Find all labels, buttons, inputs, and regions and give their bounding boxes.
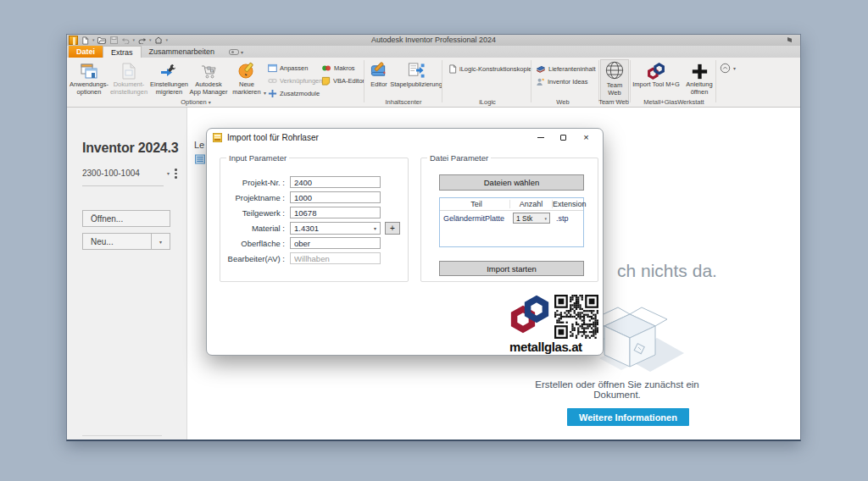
cell-teil: GeländermitPlatte (440, 214, 510, 223)
choose-files-button[interactable]: Dateien wählen (439, 174, 584, 191)
project-selector[interactable]: 2300-100-1004 ▾ (82, 169, 177, 179)
minimize-button[interactable] (529, 129, 552, 146)
tab-zusammenarbeiten[interactable]: Zusammenarbeiten (142, 46, 223, 58)
button-autodesk-app-manager[interactable]: Autodesk App Manager (189, 61, 228, 98)
empty-state-hint: Erstellen oder öffnen Sie zunächst ein D… (519, 379, 715, 400)
design-copy-icon (448, 64, 457, 74)
button-label: Lieferanteninhalt (548, 65, 595, 73)
more-info-label: Weitere Informationen (579, 412, 677, 423)
button-label: Team Web (601, 82, 628, 97)
group-label-optionen[interactable]: Optionen ▾ (181, 98, 210, 106)
dialog-window-controls: × (529, 129, 598, 146)
button-inventor-ideas[interactable]: Inventor Ideas (536, 76, 588, 87)
button-verknuepfungen: Verknüpfungen (268, 75, 322, 86)
quantity-combobox[interactable]: 1 Stk ▾ (513, 213, 550, 224)
button-makros[interactable]: Makros (321, 63, 355, 74)
button-label: Autodesk App Manager (189, 81, 228, 96)
button-anleitung-oeffnen[interactable]: Anleitung öffnen (681, 61, 718, 98)
group-legend: Input Parameter (226, 153, 289, 163)
button-editor[interactable]: Editor (367, 61, 391, 98)
open-button-label: Öffnen... (91, 214, 123, 224)
button-lieferanteninhalt[interactable]: Lieferanteninhalt (536, 64, 595, 75)
projektname-input[interactable] (290, 191, 381, 203)
oberflaeche-input[interactable] (290, 237, 381, 249)
table-row[interactable]: GeländermitPlatte 1 Stk ▾ .stp (440, 211, 583, 225)
import-start-button[interactable]: Import starten (439, 261, 584, 276)
ribbon-display-toggle[interactable]: ▾ (229, 46, 243, 58)
button-ilogic-konstruktionskopie[interactable]: iLogic-Konstruktionskopie (448, 64, 531, 75)
group-label-ilogic: iLogic (479, 98, 496, 106)
version-title: Inventor 2024.3 (82, 141, 179, 156)
choose-files-label: Dateien wählen (484, 178, 540, 187)
dialog-title: Import tool für Rohrlaser (227, 133, 319, 142)
import-start-label: Import starten (487, 264, 537, 274)
caret-down-icon: ▾ (209, 99, 211, 105)
panel-toggle[interactable]: ▾ (720, 63, 736, 74)
new-button[interactable]: Neu... ▾ (82, 233, 170, 250)
maximize-button[interactable] (552, 129, 575, 146)
button-stapelpublizierung[interactable]: Stapelpublizierung (392, 61, 440, 98)
group-legend: Datei Parameter (427, 153, 491, 163)
list-view-icon[interactable] (195, 154, 205, 164)
button-zusatzmodule[interactable]: Zusatzmodule (268, 88, 320, 99)
ribbon-pill-icon (229, 49, 239, 55)
kebab-menu-icon[interactable] (175, 169, 177, 179)
project-name: 2300-100-1004 (82, 169, 167, 178)
more-info-button[interactable]: Weitere Informationen (567, 408, 689, 426)
material-value: 1.4301 (294, 224, 319, 233)
teilgewerk-input[interactable] (290, 207, 381, 218)
group-label-text: Team Web (598, 98, 629, 106)
open-button[interactable]: Öffnen... (82, 210, 170, 227)
field-row: Oberfläche : (220, 237, 408, 249)
button-import-tool-mg[interactable]: Import Tool M+G (632, 61, 681, 98)
group-label-inhaltscenter: Inhaltscenter (386, 98, 422, 106)
batch-publish-icon (407, 61, 426, 80)
field-row: Projektname : (220, 191, 408, 203)
field-label: Material : (220, 224, 288, 233)
tab-datei[interactable]: Datei (69, 46, 103, 58)
button-neue-markieren[interactable]: Neue markieren (228, 61, 265, 98)
group-separator (630, 60, 631, 102)
group-separator (715, 60, 716, 102)
projekt-nr-input[interactable] (290, 176, 381, 188)
minimize-icon (537, 137, 544, 138)
button-dokumenteinstellungen: Dokument-einstellungen (108, 61, 149, 98)
add-material-button[interactable]: + (385, 222, 400, 235)
button-vba-editor[interactable]: VBA-Editor (321, 75, 364, 86)
button-einstellungen-migrieren[interactable]: Einstellungen migrieren (149, 61, 189, 98)
button-team-web[interactable]: Team Web (600, 59, 629, 102)
datei-parameter-group: Datei Parameter Dateien wählen Teil Anza… (420, 158, 598, 282)
material-combobox[interactable]: 1.4301 ▾ (290, 222, 381, 235)
caret-down-icon[interactable]: ▾ (264, 90, 266, 96)
files-table-header: Teil Anzahl Extension (440, 198, 583, 211)
document-settings-icon (121, 61, 136, 80)
bearbeiter-input[interactable] (290, 252, 381, 264)
button-label: Stapelpublizierung (390, 81, 442, 89)
button-label: iLogic-Konstruktionskopie (459, 65, 531, 73)
tab-extras[interactable]: Extras (103, 46, 142, 58)
close-button[interactable]: × (575, 129, 598, 146)
maximize-icon (560, 135, 566, 141)
new-button-dropdown[interactable]: ▾ (151, 234, 170, 249)
close-icon: × (583, 133, 588, 142)
field-label: Oberfläche : (220, 239, 288, 248)
button-label: Dokument-einstellungen (108, 81, 149, 96)
button-label: Makros (334, 64, 355, 72)
macros-icon (321, 64, 331, 73)
field-row: Projekt-Nr. : (220, 176, 408, 188)
button-anpassen[interactable]: Anpassen (268, 63, 308, 74)
button-label: Neue markieren (228, 81, 265, 96)
caret-down-icon: ▾ (544, 216, 547, 221)
button-label: Import Tool M+G (632, 81, 680, 89)
button-anwendungsoptionen[interactable]: Anwendungs-optionen (70, 61, 108, 98)
group-label-team-web: Team Web (598, 98, 629, 106)
migrate-settings-icon (160, 61, 178, 80)
button-label: Inventor Ideas (548, 78, 588, 86)
dialog-titlebar[interactable]: Import tool für Rohrlaser × (207, 129, 603, 146)
ideas-icon (536, 77, 545, 86)
button-label: Anwendungs-optionen (70, 81, 108, 96)
divider (82, 435, 162, 436)
group-label-text: Inhaltscenter (386, 98, 422, 106)
caret-down-icon: ▾ (733, 65, 736, 71)
circle-arrow-icon (720, 63, 731, 74)
